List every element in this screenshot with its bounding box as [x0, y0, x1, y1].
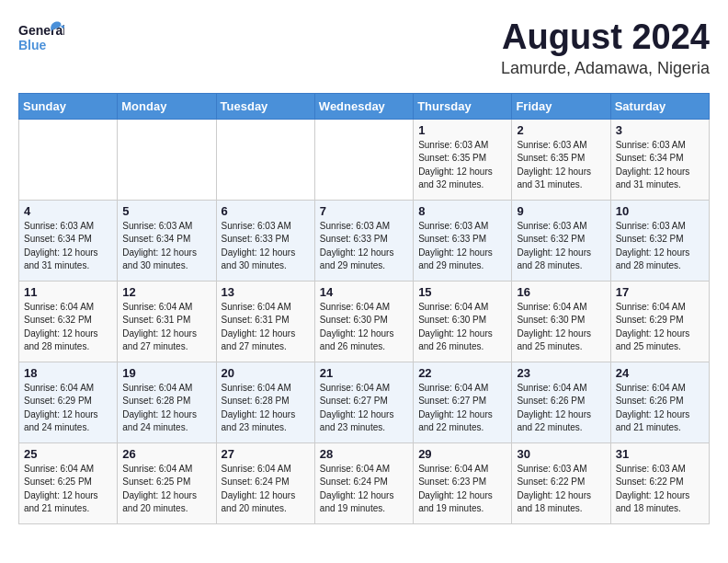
calendar-day-cell: 8Sunrise: 6:03 AM Sunset: 6:33 PM Daylig…	[414, 200, 512, 281]
day-info: Sunrise: 6:04 AM Sunset: 6:28 PM Dayligh…	[222, 382, 310, 435]
day-of-week-header: Sunday	[19, 93, 118, 119]
day-info: Sunrise: 6:04 AM Sunset: 6:27 PM Dayligh…	[418, 382, 506, 435]
day-info: Sunrise: 6:04 AM Sunset: 6:27 PM Dayligh…	[320, 382, 408, 435]
day-info: Sunrise: 6:03 AM Sunset: 6:34 PM Dayligh…	[24, 220, 112, 273]
day-info: Sunrise: 6:03 AM Sunset: 6:33 PM Dayligh…	[222, 220, 310, 273]
day-info: Sunrise: 6:03 AM Sunset: 6:22 PM Dayligh…	[616, 463, 704, 516]
day-info: Sunrise: 6:04 AM Sunset: 6:28 PM Dayligh…	[122, 382, 210, 435]
calendar-day-cell: 10Sunrise: 6:03 AM Sunset: 6:32 PM Dayli…	[610, 200, 709, 281]
day-info: Sunrise: 6:04 AM Sunset: 6:32 PM Dayligh…	[24, 301, 112, 354]
day-of-week-header: Thursday	[414, 93, 512, 119]
day-of-week-header: Wednesday	[314, 93, 413, 119]
day-number: 9	[517, 204, 605, 218]
day-info: Sunrise: 6:04 AM Sunset: 6:30 PM Dayligh…	[517, 301, 605, 354]
day-info: Sunrise: 6:04 AM Sunset: 6:30 PM Dayligh…	[418, 301, 506, 354]
day-number: 27	[222, 447, 310, 461]
day-number: 8	[418, 204, 506, 218]
logo-icon: General Blue	[18, 18, 64, 55]
day-number: 1	[418, 123, 506, 137]
calendar-day-cell	[216, 119, 314, 200]
day-info: Sunrise: 6:03 AM Sunset: 6:33 PM Dayligh…	[320, 220, 408, 273]
logo: General Blue	[18, 18, 64, 55]
day-number: 31	[616, 447, 704, 461]
day-info: Sunrise: 6:03 AM Sunset: 6:32 PM Dayligh…	[517, 220, 605, 273]
day-info: Sunrise: 6:04 AM Sunset: 6:26 PM Dayligh…	[616, 382, 704, 435]
calendar-day-cell: 28Sunrise: 6:04 AM Sunset: 6:24 PM Dayli…	[314, 442, 413, 523]
calendar-day-cell: 2Sunrise: 6:03 AM Sunset: 6:35 PM Daylig…	[512, 119, 610, 200]
calendar-day-cell: 15Sunrise: 6:04 AM Sunset: 6:30 PM Dayli…	[414, 281, 512, 362]
day-info: Sunrise: 6:03 AM Sunset: 6:35 PM Dayligh…	[418, 139, 506, 192]
calendar-day-cell: 6Sunrise: 6:03 AM Sunset: 6:33 PM Daylig…	[216, 200, 314, 281]
day-number: 16	[517, 285, 605, 299]
day-number: 29	[418, 447, 506, 461]
day-of-week-header: Tuesday	[216, 93, 314, 119]
month-year-title: August 2024	[501, 18, 710, 57]
calendar-day-cell: 31Sunrise: 6:03 AM Sunset: 6:22 PM Dayli…	[610, 442, 709, 523]
day-info: Sunrise: 6:03 AM Sunset: 6:32 PM Dayligh…	[616, 220, 704, 273]
calendar-day-cell: 11Sunrise: 6:04 AM Sunset: 6:32 PM Dayli…	[19, 281, 118, 362]
day-of-week-header: Monday	[118, 93, 216, 119]
calendar-day-cell: 22Sunrise: 6:04 AM Sunset: 6:27 PM Dayli…	[414, 362, 512, 442]
day-info: Sunrise: 6:03 AM Sunset: 6:34 PM Dayligh…	[616, 139, 704, 192]
day-number: 19	[122, 366, 210, 380]
day-of-week-header: Saturday	[610, 93, 709, 119]
page-header: General Blue August 2024 Lamurde, Adamaw…	[18, 18, 710, 78]
day-number: 4	[24, 204, 112, 218]
calendar-week-row: 25Sunrise: 6:04 AM Sunset: 6:25 PM Dayli…	[19, 442, 710, 523]
day-number: 7	[320, 204, 408, 218]
calendar-day-cell: 5Sunrise: 6:03 AM Sunset: 6:34 PM Daylig…	[118, 200, 216, 281]
calendar-week-row: 4Sunrise: 6:03 AM Sunset: 6:34 PM Daylig…	[19, 200, 710, 281]
day-info: Sunrise: 6:04 AM Sunset: 6:25 PM Dayligh…	[122, 463, 210, 516]
day-info: Sunrise: 6:04 AM Sunset: 6:31 PM Dayligh…	[222, 301, 310, 354]
svg-text:Blue: Blue	[18, 38, 47, 52]
calendar-day-cell	[118, 119, 216, 200]
day-number: 28	[320, 447, 408, 461]
title-area: August 2024 Lamurde, Adamawa, Nigeria	[501, 18, 710, 78]
day-info: Sunrise: 6:03 AM Sunset: 6:34 PM Dayligh…	[122, 220, 210, 273]
calendar-day-cell: 29Sunrise: 6:04 AM Sunset: 6:23 PM Dayli…	[414, 442, 512, 523]
day-info: Sunrise: 6:04 AM Sunset: 6:25 PM Dayligh…	[24, 463, 112, 516]
day-number: 23	[517, 366, 605, 380]
day-info: Sunrise: 6:04 AM Sunset: 6:30 PM Dayligh…	[320, 301, 408, 354]
day-number: 14	[320, 285, 408, 299]
calendar-week-row: 11Sunrise: 6:04 AM Sunset: 6:32 PM Dayli…	[19, 281, 710, 362]
day-info: Sunrise: 6:04 AM Sunset: 6:26 PM Dayligh…	[517, 382, 605, 435]
day-info: Sunrise: 6:04 AM Sunset: 6:24 PM Dayligh…	[222, 463, 310, 516]
calendar-day-cell: 23Sunrise: 6:04 AM Sunset: 6:26 PM Dayli…	[512, 362, 610, 442]
calendar-day-cell: 21Sunrise: 6:04 AM Sunset: 6:27 PM Dayli…	[314, 362, 413, 442]
calendar-day-cell: 13Sunrise: 6:04 AM Sunset: 6:31 PM Dayli…	[216, 281, 314, 362]
day-number: 22	[418, 366, 506, 380]
day-number: 25	[24, 447, 112, 461]
calendar-day-cell	[314, 119, 413, 200]
day-number: 21	[320, 366, 408, 380]
day-info: Sunrise: 6:04 AM Sunset: 6:31 PM Dayligh…	[122, 301, 210, 354]
day-info: Sunrise: 6:03 AM Sunset: 6:35 PM Dayligh…	[517, 139, 605, 192]
day-number: 26	[122, 447, 210, 461]
day-number: 17	[616, 285, 704, 299]
day-number: 24	[616, 366, 704, 380]
day-number: 13	[222, 285, 310, 299]
calendar-day-cell: 24Sunrise: 6:04 AM Sunset: 6:26 PM Dayli…	[610, 362, 709, 442]
calendar-day-cell: 27Sunrise: 6:04 AM Sunset: 6:24 PM Dayli…	[216, 442, 314, 523]
day-info: Sunrise: 6:04 AM Sunset: 6:24 PM Dayligh…	[320, 463, 408, 516]
calendar-day-cell: 30Sunrise: 6:03 AM Sunset: 6:22 PM Dayli…	[512, 442, 610, 523]
days-of-week-row: SundayMondayTuesdayWednesdayThursdayFrid…	[19, 93, 710, 119]
calendar-day-cell: 4Sunrise: 6:03 AM Sunset: 6:34 PM Daylig…	[19, 200, 118, 281]
day-number: 5	[122, 204, 210, 218]
calendar-day-cell: 20Sunrise: 6:04 AM Sunset: 6:28 PM Dayli…	[216, 362, 314, 442]
calendar-day-cell: 14Sunrise: 6:04 AM Sunset: 6:30 PM Dayli…	[314, 281, 413, 362]
calendar-table: SundayMondayTuesdayWednesdayThursdayFrid…	[18, 93, 710, 524]
calendar-body: 1Sunrise: 6:03 AM Sunset: 6:35 PM Daylig…	[19, 119, 710, 523]
calendar-week-row: 1Sunrise: 6:03 AM Sunset: 6:35 PM Daylig…	[19, 119, 710, 200]
day-info: Sunrise: 6:03 AM Sunset: 6:33 PM Dayligh…	[418, 220, 506, 273]
calendar-day-cell: 25Sunrise: 6:04 AM Sunset: 6:25 PM Dayli…	[19, 442, 118, 523]
calendar-day-cell: 19Sunrise: 6:04 AM Sunset: 6:28 PM Dayli…	[118, 362, 216, 442]
day-number: 20	[222, 366, 310, 380]
day-number: 3	[616, 123, 704, 137]
day-number: 30	[517, 447, 605, 461]
calendar-day-cell	[19, 119, 118, 200]
calendar-day-cell: 3Sunrise: 6:03 AM Sunset: 6:34 PM Daylig…	[610, 119, 709, 200]
day-number: 6	[222, 204, 310, 218]
calendar-week-row: 18Sunrise: 6:04 AM Sunset: 6:29 PM Dayli…	[19, 362, 710, 442]
day-info: Sunrise: 6:04 AM Sunset: 6:29 PM Dayligh…	[24, 382, 112, 435]
